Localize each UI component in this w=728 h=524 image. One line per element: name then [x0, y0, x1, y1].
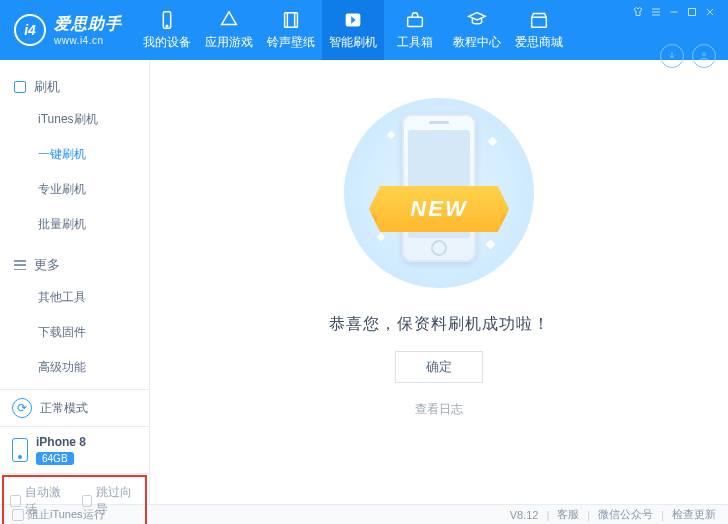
footer-link-support[interactable]: 客服 — [557, 507, 579, 522]
app-header: i4 爱思助手 www.i4.cn 我的设备 应用游戏 铃声壁纸 智能刷机 工具… — [0, 0, 728, 60]
svg-rect-2 — [285, 13, 298, 28]
flash-icon — [14, 81, 26, 93]
version-text: V8.12 — [510, 509, 539, 521]
device-name: iPhone 8 — [36, 435, 86, 449]
minimize-icon[interactable] — [668, 6, 680, 18]
nav-label: 工具箱 — [397, 34, 433, 51]
logo-mark: i4 — [14, 14, 46, 46]
nav-app-games[interactable]: 应用游戏 — [198, 0, 260, 60]
nav-smart-flash[interactable]: 智能刷机 — [322, 0, 384, 60]
checkbox-block-itunes[interactable]: 阻止iTunes运行 — [12, 507, 105, 522]
checkbox-icon — [82, 495, 93, 507]
nav-label: 爱思商城 — [515, 34, 563, 51]
logo-title: 爱思助手 — [54, 14, 122, 35]
main-content: NEW 恭喜您，保资料刷机成功啦！ 确定 查看日志 — [150, 60, 728, 504]
success-message: 恭喜您，保资料刷机成功啦！ — [329, 314, 550, 335]
nav-toolbox[interactable]: 工具箱 — [384, 0, 446, 60]
top-nav: 我的设备 应用游戏 铃声壁纸 智能刷机 工具箱 教程中心 爱思商城 — [136, 0, 570, 60]
ok-button[interactable]: 确定 — [395, 351, 483, 383]
sidebar-item-other-tools[interactable]: 其他工具 — [0, 280, 149, 315]
sidebar-item-download-firmware[interactable]: 下载固件 — [0, 315, 149, 350]
nav-label: 智能刷机 — [329, 34, 377, 51]
svg-rect-5 — [532, 17, 547, 27]
maximize-icon[interactable] — [686, 6, 698, 18]
nav-ringtone-wallpaper[interactable]: 铃声壁纸 — [260, 0, 322, 60]
device-panel[interactable]: iPhone 8 64GB — [0, 426, 149, 473]
sidebar: 刷机 iTunes刷机 一键刷机 专业刷机 批量刷机 更多 其他工具 下载固件 … — [0, 60, 150, 504]
footer-link-check-update[interactable]: 检查更新 — [672, 507, 716, 522]
phone-icon — [12, 438, 28, 462]
svg-point-1 — [166, 25, 168, 27]
new-ribbon: NEW — [369, 186, 509, 232]
sidebar-head-label: 刷机 — [34, 78, 60, 96]
sidebar-item-pro-flash[interactable]: 专业刷机 — [0, 172, 149, 207]
sidebar-item-advanced[interactable]: 高级功能 — [0, 350, 149, 385]
nav-aisi-mall[interactable]: 爱思商城 — [508, 0, 570, 60]
sidebar-head-more: 更多 — [0, 250, 149, 280]
nav-my-device[interactable]: 我的设备 — [136, 0, 198, 60]
titlebar-controls — [632, 0, 728, 60]
checkbox-icon — [10, 495, 21, 507]
sidebar-item-batch-flash[interactable]: 批量刷机 — [0, 207, 149, 242]
shirt-icon[interactable] — [632, 6, 644, 18]
mode-panel[interactable]: ⟳ 正常模式 — [0, 389, 149, 426]
sidebar-head-label: 更多 — [34, 256, 60, 274]
checkbox-label: 阻止iTunes运行 — [28, 507, 105, 522]
nav-tutorial-center[interactable]: 教程中心 — [446, 0, 508, 60]
close-icon[interactable] — [704, 6, 716, 18]
view-log-link[interactable]: 查看日志 — [415, 401, 463, 418]
menu-icon[interactable] — [650, 6, 662, 18]
nav-label: 应用游戏 — [205, 34, 253, 51]
list-icon — [14, 260, 26, 270]
checkbox-icon — [12, 509, 24, 521]
app-logo: i4 爱思助手 www.i4.cn — [0, 14, 136, 46]
svg-point-7 — [703, 53, 706, 56]
refresh-icon: ⟳ — [12, 398, 32, 418]
logo-url: www.i4.cn — [54, 35, 122, 46]
sidebar-item-itunes-flash[interactable]: iTunes刷机 — [0, 102, 149, 137]
svg-rect-4 — [408, 17, 423, 26]
nav-label: 铃声壁纸 — [267, 34, 315, 51]
success-illustration: NEW — [344, 98, 534, 288]
storage-badge: 64GB — [36, 452, 74, 465]
footer-link-wechat[interactable]: 微信公众号 — [598, 507, 653, 522]
nav-label: 教程中心 — [453, 34, 501, 51]
sidebar-head-flash: 刷机 — [0, 72, 149, 102]
sidebar-item-one-click-flash[interactable]: 一键刷机 — [0, 137, 149, 172]
nav-label: 我的设备 — [143, 34, 191, 51]
mode-label: 正常模式 — [40, 400, 88, 417]
svg-rect-6 — [689, 9, 696, 16]
